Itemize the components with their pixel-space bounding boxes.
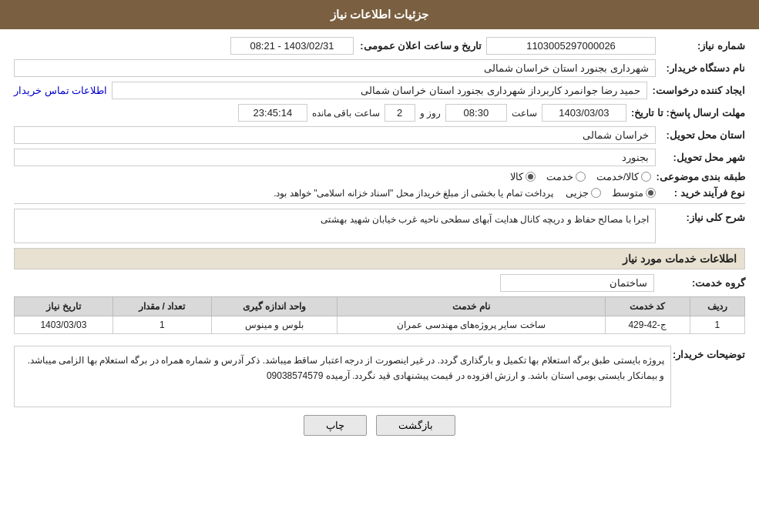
category-kala[interactable]: کالا [510, 171, 536, 182]
reply-remaining-label: ساعت باقی مانده [312, 108, 380, 119]
reply-time-label: ساعت [512, 108, 537, 119]
service-group-label: گروه خدمت: [660, 277, 745, 289]
buyer-org-value: شهرداری بجنورد استان خراسان شمالی [14, 59, 656, 77]
category-options: کالا/خدمت خدمت کالا [510, 171, 652, 182]
notes-value: پروژه بایستی طبق برگه استعلام بها تکمیل … [14, 346, 671, 407]
reply-deadline-label: مهلت ارسال پاسخ: تا تاریخ: [631, 107, 745, 119]
category-kala-khidmat[interactable]: کالا/خدمت [596, 171, 652, 182]
delivery-city-label: شهر محل تحویل: [660, 152, 745, 163]
category-khidmat[interactable]: خدمت [546, 171, 586, 182]
page-header: جزئیات اطلاعات نیاز [0, 0, 759, 29]
cell-unit: بلوس و مینوس [211, 316, 338, 334]
radio-motavaset-icon [646, 188, 656, 198]
delivery-city-value: بجنورد [14, 149, 656, 166]
reply-remaining: 23:45:14 [238, 104, 307, 122]
announce-date-value: 1403/02/31 - 08:21 [230, 37, 354, 55]
table-row: 1ج-42-429ساخت سایر پروژه‌های مهندسی عمرا… [15, 316, 745, 334]
creator-value: حمید رضا جوانمرد کاربرداز شهرداری بجنورد… [112, 82, 647, 99]
description-label: شرح کلی نیاز: [660, 209, 745, 223]
service-group-value: ساختمان [500, 274, 654, 292]
creator-label: ایجاد کننده درخواست: [652, 85, 745, 96]
col-unit: واحد اندازه گیری [211, 297, 338, 316]
buyer-org-label: نام دستگاه خریدار: [660, 62, 745, 74]
radio-khidmat-icon [576, 172, 586, 182]
col-row: ردیف [690, 297, 744, 316]
purchase-type-motavaset[interactable]: متوسط [612, 187, 656, 199]
category-label: طبقه بندی موضوعی: [656, 171, 745, 182]
col-date: تاریخ نیاز [15, 297, 113, 316]
need-number-value: 1103005297000026 [486, 37, 656, 55]
delivery-province-label: استان محل تحویل: [660, 129, 745, 141]
radio-kala-icon [526, 172, 536, 182]
delivery-province-value: خراسان شمالی [14, 126, 656, 144]
back-button[interactable]: بازگشت [376, 415, 455, 436]
purchase-type-options: متوسط جزیی [566, 187, 656, 199]
reply-days-label: روز و [420, 108, 441, 119]
reply-time: 08:30 [445, 104, 507, 122]
cell-service_name: ساخت سایر پروژه‌های مهندسی عمران [338, 316, 605, 334]
need-number-label: شماره نیاز: [660, 40, 745, 52]
radio-kala-khidmat-icon [641, 172, 651, 182]
cell-date: 1403/03/03 [15, 316, 113, 334]
purchase-type-jozi[interactable]: جزیی [566, 187, 601, 199]
cell-row: 1 [690, 316, 744, 334]
cell-quantity: 1 [113, 316, 211, 334]
notes-label: توضیحات خریدار: [676, 346, 745, 360]
col-service-code: کد خدمت [605, 297, 690, 316]
col-service-name: نام خدمت [338, 297, 605, 316]
print-button[interactable]: چاپ [304, 415, 367, 436]
radio-jozi-icon [591, 188, 601, 198]
page-title: جزئیات اطلاعات نیاز [331, 8, 428, 21]
contact-link[interactable]: اطلاعات تماس خریدار [14, 85, 107, 96]
purchase-type-label: نوع فرآیند خرید : [660, 187, 745, 199]
reply-days: 2 [385, 104, 415, 122]
announce-date-label: تاریخ و ساعت اعلان عمومی: [358, 40, 482, 52]
col-quantity: تعداد / مقدار [113, 297, 211, 316]
description-value: اجرا با مصالح حفاظ و دریچه کانال هدایت آ… [14, 209, 656, 243]
cell-service_code: ج-42-429 [605, 316, 690, 334]
reply-date: 1403/03/03 [542, 104, 626, 122]
purchase-type-note: پرداخت تمام یا بخشی از مبلغ خریداز محل "… [274, 188, 553, 199]
services-section-title: اطلاعات خدمات مورد نیاز [14, 248, 745, 269]
services-table: ردیف کد خدمت نام خدمت واحد اندازه گیری ت… [14, 296, 745, 334]
